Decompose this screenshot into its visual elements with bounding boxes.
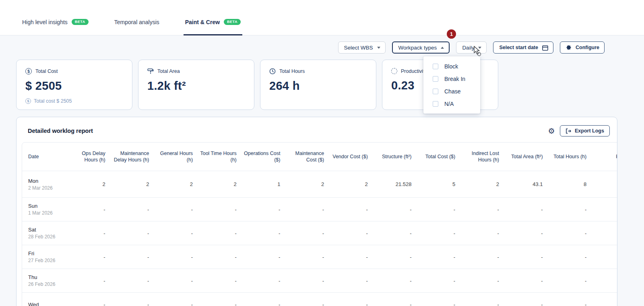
date-label: 26 Feb 2026 <box>28 281 62 287</box>
report-title: Detailed worklog report <box>28 128 93 134</box>
checkbox-icon[interactable] <box>433 64 438 69</box>
annotation-badge-1: 1 <box>447 29 456 39</box>
column-header: Total Hours (h) <box>549 153 592 160</box>
value-cell: - <box>67 302 111 306</box>
select-wbs-label: Select WBS <box>344 45 373 51</box>
start-date-label: Select start date <box>499 45 538 50</box>
workpack-option-label: N/A <box>444 101 454 107</box>
value-cell: - <box>155 230 198 236</box>
column-header: General Hours (h) <box>155 150 198 163</box>
value-cell: 2 <box>461 181 505 187</box>
workpack-option-break-in[interactable]: Break In <box>423 72 480 85</box>
day-label: Wed <box>28 302 62 306</box>
value-cell: - <box>330 278 374 284</box>
value-cell: - <box>549 207 592 213</box>
dashed-circle-icon <box>391 68 397 74</box>
value-cell: - <box>505 302 549 306</box>
value-cell: - <box>286 254 330 260</box>
value-cell: - <box>417 254 461 260</box>
workpack-option-label: Break In <box>444 76 465 82</box>
value-cell: 1 <box>242 181 286 187</box>
checkbox-icon[interactable] <box>433 76 438 82</box>
select-wbs-dropdown[interactable]: Select WBS <box>338 41 386 54</box>
workpack-option-n-a[interactable]: N/A <box>423 97 480 110</box>
value-cell: - <box>198 302 242 306</box>
value-cell: - <box>374 278 417 284</box>
value-cell: - <box>111 230 155 236</box>
workpack-types-label: Workpack types <box>398 45 437 51</box>
value-cell: 21.528 <box>374 181 417 187</box>
kpi-label: Total Area <box>157 68 180 74</box>
value-cell: 43.1 <box>505 181 549 187</box>
date-cell: Mon2 Mar 2026 <box>22 178 67 191</box>
value-cell: - <box>198 278 242 284</box>
value-cell: - <box>505 254 549 260</box>
kpi-label: Total Hours <box>279 68 305 74</box>
date-cell: Wed <box>22 302 67 306</box>
paint-roller-icon <box>147 68 154 74</box>
value-cell: - <box>242 278 286 284</box>
column-header: Maintenance Cost ($) <box>286 150 330 163</box>
beta-badge: BETA <box>224 19 241 25</box>
workpack-option-chase[interactable]: Chase <box>423 85 480 97</box>
kpi-value: 1.2k ft² <box>147 79 245 93</box>
frequency-dropdown[interactable]: Daily <box>456 41 487 54</box>
value-cell: - <box>330 302 374 306</box>
table-settings-gear-icon[interactable]: ⚙ <box>547 127 556 136</box>
value-cell: - <box>67 278 111 284</box>
worklog-report-card: Detailed worklog report ⚙ Export Logs Da… <box>16 117 617 306</box>
kpi-card-total-hours: Total Hours 264 h <box>260 60 376 110</box>
date-label: 27 Feb 2026 <box>28 258 62 263</box>
workpack-option-label: Chase <box>444 88 460 95</box>
value-cell: - <box>505 230 549 236</box>
column-header: Ops Delay Hours (h) <box>67 150 111 163</box>
value-cell: - <box>505 278 549 284</box>
tab-paint-and-crew[interactable]: Paint & Crew BETA <box>185 0 241 35</box>
value-cell: - <box>155 278 198 284</box>
value-cell: 2 <box>67 181 111 187</box>
tab-label: Paint & Crew <box>185 19 220 25</box>
value-cell: - <box>111 278 155 284</box>
clock-icon <box>269 68 276 74</box>
value-cell: - <box>549 230 592 236</box>
date-cell: Sun1 Mar 2026 <box>22 203 67 216</box>
value-cell: - <box>286 302 330 306</box>
tab-temporal-analysis[interactable]: Temporal analysis <box>114 0 159 35</box>
checkbox-icon[interactable] <box>433 89 438 94</box>
table-row: Sun1 Mar 2026------------ <box>22 197 617 221</box>
gear-icon <box>566 45 572 50</box>
workpack-option-label: Block <box>444 63 458 70</box>
export-logs-button[interactable]: Export Logs <box>560 125 610 136</box>
day-label: Sun <box>28 203 62 209</box>
value-cell: - <box>67 207 111 213</box>
value-cell: - <box>549 254 592 260</box>
day-label: Sat <box>28 227 62 233</box>
value-cell: 2 <box>155 181 198 187</box>
checkbox-icon[interactable] <box>433 101 438 107</box>
column-header: Vendor Cost ($) <box>330 153 374 160</box>
value-cell: - <box>417 278 461 284</box>
value-cell: - <box>155 207 198 213</box>
table-row: Mon2 Mar 2026222212221.5285243.18 <box>22 171 617 197</box>
value-cell: - <box>417 302 461 306</box>
configure-button[interactable]: Configure <box>560 41 605 54</box>
workpack-types-dropdown[interactable]: Workpack types <box>392 41 450 54</box>
tab-high-level-insights[interactable]: High level insights BETA <box>22 0 89 35</box>
workpack-option-block[interactable]: Block <box>423 60 480 72</box>
kpi-value: 264 h <box>269 79 367 93</box>
chevron-up-icon <box>441 47 444 49</box>
column-header: Indirect Lost Hours (h) <box>461 150 505 163</box>
dollar-circle-icon: $ <box>25 98 31 104</box>
select-start-date-button[interactable]: Select start date <box>493 41 553 54</box>
value-cell: - <box>374 207 417 213</box>
tab-label: High level insights <box>22 19 68 25</box>
date-cell: Sat28 Feb 2026 <box>22 227 67 240</box>
value-cell: - <box>417 230 461 236</box>
tab-bar: High level insights BETA Temporal analys… <box>0 0 644 35</box>
frequency-label: Daily <box>462 45 474 51</box>
value-cell: - <box>242 230 286 236</box>
value-cell: 2 <box>111 181 155 187</box>
kpi-label: Total Cost <box>35 68 58 74</box>
value-cell: - <box>111 207 155 213</box>
table-body: Mon2 Mar 2026222212221.5285243.18Sun1 Ma… <box>22 171 617 306</box>
